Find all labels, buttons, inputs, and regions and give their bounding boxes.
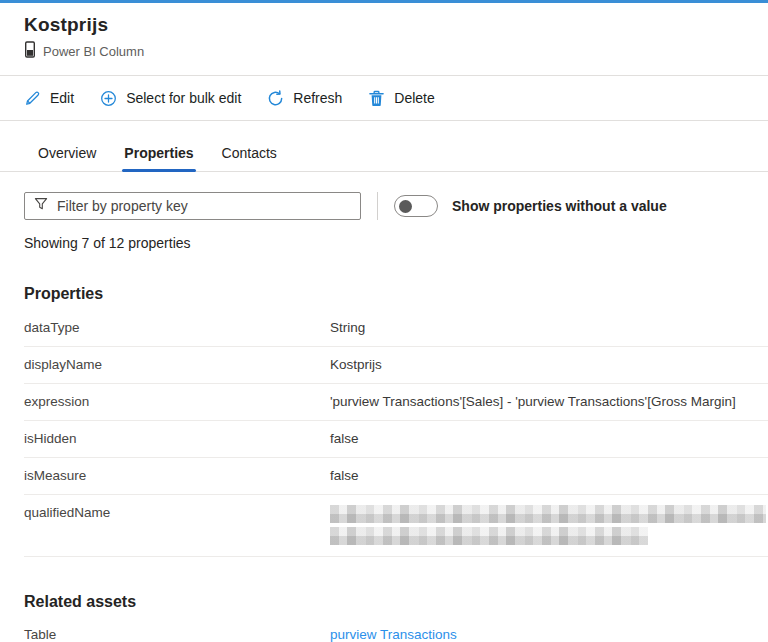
- property-key: isMeasure: [24, 468, 330, 483]
- trash-icon: [368, 90, 385, 107]
- properties-count-text: Showing 7 of 12 properties: [0, 235, 768, 251]
- redacted-value-line: [330, 527, 648, 545]
- edit-button[interactable]: Edit: [24, 90, 74, 107]
- redacted-value-line: [330, 505, 766, 523]
- show-properties-toggle[interactable]: [394, 195, 438, 217]
- related-asset-key: Table: [24, 627, 330, 642]
- property-value: 'purview Transactions'[Sales] - 'purview…: [330, 394, 768, 409]
- property-key: displayName: [24, 357, 330, 372]
- properties-table: dataType String displayName Kostprijs ex…: [0, 310, 768, 557]
- property-key: expression: [24, 394, 330, 409]
- refresh-icon: [267, 90, 284, 107]
- table-row: dataType String: [24, 310, 768, 347]
- filter-row: Show properties without a value: [0, 192, 768, 220]
- vertical-divider: [377, 192, 378, 220]
- pencil-icon: [24, 90, 41, 107]
- toggle-knob: [399, 200, 412, 213]
- table-row: displayName Kostprijs: [24, 347, 768, 384]
- table-row: Table purview Transactions: [24, 618, 768, 642]
- divider: [0, 120, 768, 121]
- property-filter-input[interactable]: [57, 198, 351, 214]
- tab-overview[interactable]: Overview: [24, 137, 110, 171]
- refresh-button[interactable]: Refresh: [267, 90, 342, 107]
- select-for-bulk-edit-button[interactable]: Select for bulk edit: [100, 90, 241, 107]
- command-bar: Edit Select for bulk edit Refresh: [0, 76, 768, 120]
- page-title: Kostprijs: [24, 14, 744, 36]
- related-assets-heading: Related assets: [0, 593, 768, 611]
- tab-properties[interactable]: Properties: [110, 137, 207, 171]
- property-value-redacted: [330, 505, 768, 545]
- asset-type-label: Power BI Column: [43, 44, 144, 59]
- funnel-icon: [34, 197, 48, 215]
- toggle-label: Show properties without a value: [452, 198, 667, 214]
- bulk-edit-button-label: Select for bulk edit: [126, 90, 241, 106]
- table-row: expression 'purview Transactions'[Sales]…: [24, 384, 768, 421]
- tab-bar: Overview Properties Contacts: [0, 137, 768, 172]
- delete-button-label: Delete: [394, 90, 434, 106]
- property-filter-box[interactable]: [24, 192, 361, 220]
- table-row: qualifiedName: [24, 495, 768, 557]
- related-asset-link[interactable]: purview Transactions: [330, 627, 457, 642]
- properties-section-heading: Properties: [0, 285, 768, 303]
- delete-button[interactable]: Delete: [368, 90, 434, 107]
- property-key: qualifiedName: [24, 505, 330, 520]
- property-value: false: [330, 468, 768, 483]
- property-value: false: [330, 431, 768, 446]
- table-row: isHidden false: [24, 421, 768, 458]
- tab-contacts[interactable]: Contacts: [208, 137, 291, 171]
- refresh-button-label: Refresh: [293, 90, 342, 106]
- table-row: isMeasure false: [24, 458, 768, 495]
- property-value: String: [330, 320, 768, 335]
- property-value: Kostprijs: [330, 357, 768, 372]
- circle-plus-icon: [100, 90, 117, 107]
- property-key: isHidden: [24, 431, 330, 446]
- edit-button-label: Edit: [50, 90, 74, 106]
- property-key: dataType: [24, 320, 330, 335]
- powerbi-column-icon: [24, 41, 36, 62]
- asset-header: Kostprijs Power BI Column: [0, 3, 768, 62]
